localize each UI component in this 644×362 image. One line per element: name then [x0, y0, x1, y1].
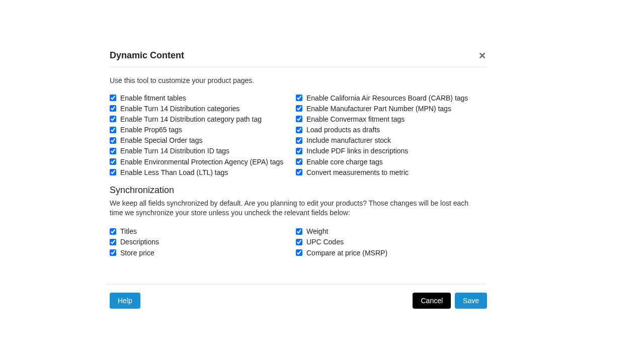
option-checkbox[interactable]	[110, 95, 116, 101]
sync-option-checkbox[interactable]	[296, 249, 302, 256]
sync-option-checkbox[interactable]	[296, 239, 302, 245]
option-row[interactable]: Enable Turn 14 Distribution ID tags	[110, 146, 296, 156]
sync-col-left: TitlesDescriptionsStore price	[110, 226, 296, 258]
option-row[interactable]: Enable Environmental Protection Agency (…	[110, 156, 296, 167]
option-row[interactable]: Enable Manufacturer Part Number (MPN) ta…	[296, 103, 482, 114]
sync-option-row[interactable]: Compare at price (MSRP)	[296, 247, 482, 258]
option-row[interactable]: Enable Convermax fitment tags	[296, 114, 482, 124]
option-row[interactable]: Enable Turn 14 Distribution categories	[110, 103, 296, 114]
sync-option-row[interactable]: UPC Codes	[296, 237, 482, 247]
sync-option-checkbox[interactable]	[110, 228, 116, 235]
option-label: Enable Environmental Protection Agency (…	[120, 157, 283, 166]
save-button[interactable]: Save	[455, 293, 487, 309]
option-checkbox[interactable]	[110, 105, 116, 112]
option-row[interactable]: Enable Prop65 tags	[110, 125, 296, 135]
footer-right: Cancel Save	[413, 293, 487, 309]
option-checkbox[interactable]	[296, 158, 302, 165]
modal-body: Use this tool to customize your product …	[105, 67, 482, 258]
option-checkbox[interactable]	[110, 148, 116, 154]
option-label: Enable Special Order tags	[120, 136, 202, 145]
options-col-right: Enable California Air Resources Board (C…	[296, 93, 482, 178]
option-label: Enable core charge tags	[306, 157, 383, 166]
modal-subtitle: Use this tool to customize your product …	[110, 76, 482, 84]
option-checkbox[interactable]	[110, 137, 116, 144]
option-row[interactable]: Include PDF links in descriptions	[296, 146, 482, 156]
option-label: Include manufacturer stock	[306, 136, 391, 145]
option-checkbox[interactable]	[110, 116, 116, 122]
option-checkbox[interactable]	[296, 169, 302, 175]
option-label: Load products as drafts	[306, 125, 380, 134]
sync-option-checkbox[interactable]	[110, 239, 116, 245]
option-row[interactable]: Enable Special Order tags	[110, 135, 296, 146]
option-row[interactable]: Convert measurements to metric	[296, 167, 482, 177]
option-checkbox[interactable]	[110, 127, 116, 133]
option-checkbox[interactable]	[110, 169, 116, 175]
option-label: Enable California Air Resources Board (C…	[306, 94, 468, 103]
option-label: Enable Prop65 tags	[120, 125, 182, 134]
sync-desc: We keep all fields synchronized by defau…	[110, 199, 482, 218]
options-col-left: Enable fitment tablesEnable Turn 14 Dist…	[110, 93, 296, 178]
sync-col-right: WeightUPC CodesCompare at price (MSRP)	[296, 226, 482, 258]
modal-footer: Help Cancel Save	[106, 284, 487, 309]
sync-option-checkbox[interactable]	[110, 249, 116, 256]
sync-option-label: Titles	[120, 227, 137, 236]
sync-option-label: Compare at price (MSRP)	[306, 248, 387, 257]
sync-option-row[interactable]: Titles	[110, 226, 296, 237]
option-checkbox[interactable]	[296, 137, 302, 144]
option-row[interactable]: Enable Turn 14 Distribution category pat…	[110, 114, 296, 124]
option-row[interactable]: Load products as drafts	[296, 125, 482, 135]
option-checkbox[interactable]	[296, 105, 302, 112]
sync-columns: TitlesDescriptionsStore price WeightUPC …	[110, 226, 482, 258]
options-columns: Enable fitment tablesEnable Turn 14 Dist…	[110, 93, 482, 178]
sync-option-label: Weight	[306, 227, 328, 236]
option-checkbox[interactable]	[110, 158, 116, 165]
sync-option-label: Store price	[120, 248, 154, 257]
option-row[interactable]: Enable fitment tables	[110, 93, 296, 103]
option-label: Enable Convermax fitment tags	[306, 115, 405, 124]
option-checkbox[interactable]	[296, 116, 302, 122]
option-label: Enable Less Than Load (LTL) tags	[120, 168, 228, 177]
option-row[interactable]: Enable Less Than Load (LTL) tags	[110, 167, 296, 177]
option-checkbox[interactable]	[296, 148, 302, 154]
option-row[interactable]: Enable California Air Resources Board (C…	[296, 93, 482, 103]
sync-option-checkbox[interactable]	[296, 228, 302, 235]
sync-option-row[interactable]: Store price	[110, 247, 296, 258]
sync-title: Synchronization	[110, 185, 482, 196]
modal-header: Dynamic Content ✕	[110, 45, 487, 67]
option-label: Enable Turn 14 Distribution ID tags	[120, 146, 229, 155]
option-label: Enable fitment tables	[120, 94, 186, 103]
sync-option-label: UPC Codes	[306, 237, 344, 246]
option-row[interactable]: Enable core charge tags	[296, 156, 482, 167]
option-row[interactable]: Include manufacturer stock	[296, 135, 482, 146]
sync-option-label: Descriptions	[120, 237, 159, 246]
modal-title: Dynamic Content	[110, 50, 184, 61]
cancel-button[interactable]: Cancel	[413, 293, 451, 309]
close-icon[interactable]: ✕	[477, 51, 487, 60]
modal-dynamic-content: Dynamic Content ✕ Use this tool to custo…	[105, 45, 482, 309]
option-label: Enable Turn 14 Distribution category pat…	[120, 115, 262, 124]
option-label: Convert measurements to metric	[306, 168, 409, 177]
help-button[interactable]: Help	[110, 293, 140, 309]
sync-option-row[interactable]: Weight	[296, 226, 482, 237]
sync-option-row[interactable]: Descriptions	[110, 237, 296, 247]
option-label: Enable Manufacturer Part Number (MPN) ta…	[306, 104, 451, 113]
option-label: Enable Turn 14 Distribution categories	[120, 104, 239, 113]
option-label: Include PDF links in descriptions	[306, 146, 408, 155]
option-checkbox[interactable]	[296, 127, 302, 133]
option-checkbox[interactable]	[296, 95, 302, 101]
